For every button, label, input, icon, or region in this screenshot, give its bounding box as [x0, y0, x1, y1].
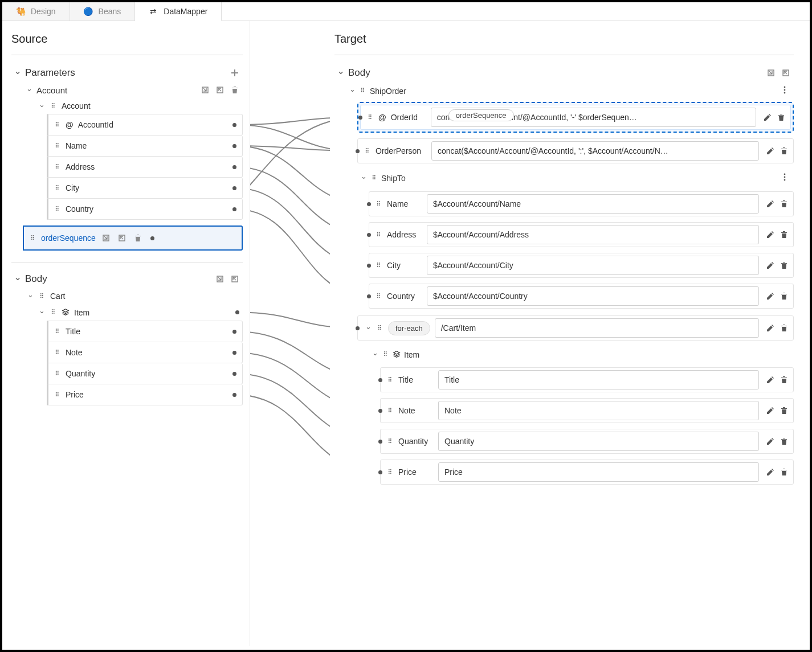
drag-icon[interactable] — [54, 370, 61, 378]
shipto-label[interactable]: ShipTo — [381, 174, 406, 183]
import-icon[interactable] — [100, 232, 112, 244]
source-field-accountid[interactable]: @ AccountId — [47, 114, 243, 136]
edit-button[interactable] — [765, 374, 776, 386]
tab-datamapper[interactable]: ⇄ DataMapper — [135, 2, 222, 21]
connector-dot[interactable] — [232, 165, 236, 169]
delete-button[interactable] — [778, 436, 790, 447]
chevron-down-icon[interactable] — [14, 67, 22, 79]
chevron-down-icon[interactable] — [38, 308, 46, 317]
edit-button[interactable] — [765, 322, 776, 334]
drag-icon[interactable] — [364, 147, 371, 155]
drag-icon[interactable] — [54, 121, 61, 129]
target-orderid[interactable]: @ OrderId con count/Account/@AccountId, … — [360, 105, 791, 130]
connector-dot[interactable] — [232, 330, 236, 334]
delete-button[interactable] — [778, 198, 790, 210]
drag-icon[interactable] — [54, 348, 61, 357]
export-icon[interactable] — [116, 232, 128, 244]
connector-dot[interactable] — [378, 378, 382, 382]
connector-dot[interactable] — [232, 207, 236, 211]
chevron-down-icon[interactable] — [38, 102, 46, 110]
source-field-name[interactable]: Name — [47, 136, 243, 157]
connector-dot[interactable] — [232, 372, 236, 376]
connector-dot[interactable] — [367, 233, 371, 237]
connector-dot[interactable] — [235, 310, 239, 314]
drag-icon[interactable] — [367, 113, 374, 122]
delete-button[interactable] — [778, 405, 790, 416]
add-button[interactable] — [229, 67, 240, 79]
edit-button[interactable] — [765, 229, 776, 240]
edit-button[interactable] — [765, 466, 776, 478]
target-shipto-country[interactable]: Country $Account/Account/Country — [369, 284, 794, 309]
drag-icon[interactable] — [54, 184, 61, 192]
connector-dot[interactable] — [232, 123, 236, 127]
edit-button[interactable] — [765, 290, 776, 302]
chevron-down-icon[interactable] — [360, 174, 368, 182]
source-field-note[interactable]: Note — [47, 342, 243, 363]
edit-button[interactable] — [765, 436, 776, 447]
tab-beans[interactable]: 🔵 Beans — [70, 2, 136, 20]
drag-icon[interactable] — [377, 324, 383, 333]
account-inner[interactable]: Account — [62, 101, 239, 110]
drag-icon[interactable] — [387, 376, 394, 384]
connector-dot[interactable] — [232, 393, 236, 397]
delete-button[interactable] — [778, 322, 790, 334]
drag-icon[interactable] — [30, 234, 36, 243]
target-shipto-address[interactable]: Address $Account/Account/Address — [369, 222, 794, 247]
target-item-label[interactable]: Item — [404, 350, 419, 359]
chevron-down-icon[interactable] — [371, 350, 379, 359]
source-field-address[interactable]: Address — [47, 157, 243, 178]
drag-icon[interactable] — [387, 437, 394, 446]
source-field-price[interactable]: Price — [47, 384, 243, 405]
drag-icon[interactable] — [54, 391, 61, 399]
chevron-down-icon[interactable] — [14, 273, 22, 285]
export-icon[interactable] — [229, 273, 240, 285]
drag-icon[interactable] — [376, 261, 382, 270]
connector-dot[interactable] — [150, 236, 154, 240]
drag-icon[interactable] — [387, 468, 394, 477]
target-foreach[interactable]: for-each /Cart/Item — [357, 315, 794, 341]
drag-icon[interactable] — [382, 350, 389, 359]
source-field-title[interactable]: Title — [47, 321, 243, 342]
drag-icon[interactable] — [54, 327, 61, 336]
drag-icon[interactable] — [376, 200, 382, 208]
export-icon[interactable] — [214, 84, 226, 96]
kebab-menu-button[interactable] — [778, 85, 791, 96]
source-field-country[interactable]: Country — [47, 199, 243, 220]
connector-dot[interactable] — [367, 264, 371, 268]
connector-dot[interactable] — [378, 440, 382, 444]
connector-dot[interactable] — [367, 294, 371, 298]
target-orderperson[interactable]: OrderPerson concat($Account/Account/@Acc… — [357, 138, 794, 163]
orderid-expression[interactable]: con count/Account/@AccountId, '-' $order… — [431, 108, 756, 127]
source-field-city[interactable]: City — [47, 178, 243, 199]
export-icon[interactable] — [780, 67, 791, 79]
drag-icon[interactable] — [376, 292, 382, 301]
edit-button[interactable] — [765, 145, 776, 157]
chevron-down-icon[interactable] — [26, 292, 34, 301]
target-item-quantity[interactable]: Quantity Quantity — [380, 429, 794, 454]
target-shipto-name[interactable]: Name $Account/Account/Name — [369, 191, 794, 216]
drag-icon[interactable] — [54, 142, 61, 150]
delete-button[interactable] — [778, 260, 790, 271]
cart-label[interactable]: Cart — [50, 292, 239, 301]
drag-icon[interactable] — [50, 102, 57, 110]
delete-button[interactable] — [229, 84, 240, 96]
edit-button[interactable] — [762, 112, 773, 123]
drag-icon[interactable] — [371, 174, 378, 182]
connector-dot[interactable] — [358, 116, 362, 120]
target-item-price[interactable]: Price Price — [380, 460, 794, 485]
source-ordersequence[interactable]: orderSequence — [23, 225, 243, 251]
kebab-menu-button[interactable] — [778, 173, 791, 183]
delete-button[interactable] — [778, 145, 790, 157]
connector-dot[interactable] — [232, 186, 236, 190]
drag-icon[interactable] — [360, 87, 366, 95]
drag-icon[interactable] — [387, 407, 394, 415]
connector-dot[interactable] — [232, 144, 236, 148]
connector-dot[interactable] — [367, 202, 371, 206]
chevron-down-icon[interactable] — [337, 67, 345, 79]
connector-dot[interactable] — [232, 351, 236, 355]
delete-button[interactable] — [778, 229, 790, 240]
connector-dot[interactable] — [356, 326, 360, 330]
drag-icon[interactable] — [39, 292, 46, 301]
drag-icon[interactable] — [50, 308, 57, 317]
target-item-note[interactable]: Note Note — [380, 398, 794, 423]
